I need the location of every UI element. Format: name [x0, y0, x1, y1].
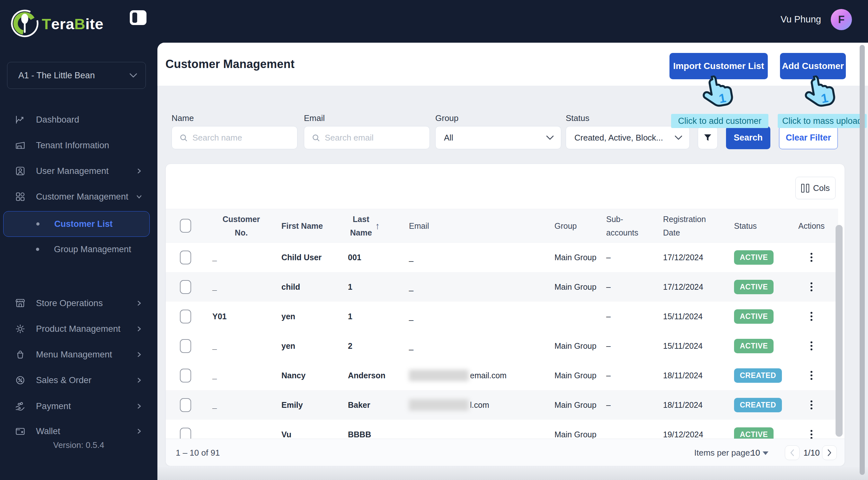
- sidebar: TeraBite A1 - The Little Bean Dashboard …: [0, 0, 157, 480]
- col-group[interactable]: Group: [547, 209, 598, 242]
- row-checkbox[interactable]: [180, 428, 191, 439]
- sidebar-item-product-management[interactable]: Product Management: [0, 319, 157, 339]
- table-row: Y01 yen 1 _ – 15/11/2024 ACTIVE: [166, 302, 838, 331]
- previous-page-button[interactable]: [785, 445, 800, 460]
- email-search-field[interactable]: [325, 133, 423, 143]
- sidebar-item-user-management[interactable]: User Management: [0, 161, 157, 181]
- col-actions[interactable]: Actions: [787, 209, 836, 242]
- select-all-checkbox[interactable]: [180, 219, 191, 233]
- cell-actions: [787, 243, 836, 272]
- sidebar-item-dashboard[interactable]: Dashboard: [0, 109, 157, 130]
- cell-registration-date: 18/11/2024: [656, 361, 726, 390]
- cell-email: _: [389, 331, 547, 361]
- cell-status: ACTIVE: [726, 272, 787, 302]
- row-actions-kebab-icon[interactable]: [809, 251, 814, 264]
- row-actions-kebab-icon[interactable]: [809, 280, 814, 293]
- sidebar-item-store-operations[interactable]: Store Operations: [0, 293, 157, 313]
- cell-customer-no: [206, 420, 277, 439]
- status-badge: ACTIVE: [734, 427, 774, 439]
- cell-select: [166, 302, 206, 331]
- sidebar-item-tenant-information[interactable]: Tenant Information: [0, 135, 157, 156]
- redacted-email: [409, 399, 469, 411]
- cell-email: _: [389, 243, 547, 272]
- cell-status: ACTIVE: [726, 243, 787, 272]
- row-actions-kebab-icon[interactable]: [809, 310, 814, 323]
- tooltip-add-customer: Click to add customer: [671, 114, 768, 128]
- col-last-name[interactable]: Last Name↑: [341, 209, 389, 242]
- name-search-input[interactable]: [172, 126, 298, 149]
- status-badge: CREATED: [734, 398, 782, 412]
- col-first-name[interactable]: First Name: [277, 209, 341, 242]
- cell-last-name: 1: [341, 302, 389, 331]
- sidebar-subitem-group-management[interactable]: Group Management: [0, 239, 157, 260]
- row-actions-kebab-icon[interactable]: [809, 339, 814, 352]
- sidebar-item-customer-management[interactable]: Customer Management: [0, 186, 157, 207]
- items-per-page-value[interactable]: 10: [751, 448, 760, 458]
- status-select[interactable]: Created, Active, Block...: [566, 126, 690, 149]
- percent-icon: [15, 375, 26, 386]
- add-customer-button[interactable]: Add Customer: [780, 53, 846, 79]
- bullet-icon: [36, 222, 39, 226]
- row-actions-kebab-icon[interactable]: [809, 399, 814, 411]
- cell-last-name: Baker: [341, 390, 389, 420]
- grid-icon: [15, 191, 26, 202]
- cell-customer-no: _: [206, 331, 277, 361]
- columns-button[interactable]: Cols: [796, 177, 836, 199]
- avatar[interactable]: F: [831, 9, 852, 30]
- cell-sub-accounts: –: [598, 361, 656, 390]
- user-name[interactable]: Vu Phung: [781, 9, 821, 30]
- row-checkbox[interactable]: [180, 280, 191, 294]
- col-status[interactable]: Status: [726, 209, 787, 242]
- table-header-row: Customer No. First Name Last Name↑ Email…: [166, 209, 838, 243]
- col-sub-accounts[interactable]: Sub- accounts: [598, 209, 656, 242]
- cell-sub-accounts: –: [598, 331, 656, 361]
- table-scrollbar[interactable]: [836, 225, 843, 437]
- table-row: _ yen 2 _ Main Group – 15/11/2024 ACTIVE: [166, 331, 838, 361]
- sidebar-item-wallet[interactable]: Wallet: [0, 421, 157, 442]
- page-scrollbar[interactable]: [860, 45, 865, 475]
- bullet-icon: [36, 248, 39, 251]
- cell-registration-date: 15/11/2024: [656, 331, 726, 361]
- search-icon: [179, 133, 189, 143]
- row-actions-kebab-icon[interactable]: [809, 428, 814, 439]
- row-checkbox[interactable]: [180, 369, 191, 382]
- search-button[interactable]: Search: [726, 126, 770, 149]
- items-per-page-label: Items per page:: [694, 448, 752, 458]
- status-badge: ACTIVE: [734, 339, 774, 353]
- sidebar-item-menu-management[interactable]: Menu Management: [0, 344, 157, 365]
- cell-status: CREATED: [726, 390, 787, 420]
- clear-filter-button[interactable]: Clear Filter: [779, 126, 838, 149]
- row-checkbox[interactable]: [180, 339, 191, 353]
- cursor-hand-icon: 1: [802, 72, 841, 117]
- col-customer-no[interactable]: Customer No.: [206, 209, 277, 242]
- row-checkbox[interactable]: [180, 310, 191, 323]
- table-row: _ child 1 _ Main Group – 17/12/2024 ACTI…: [166, 272, 838, 302]
- name-search-field[interactable]: [192, 133, 291, 143]
- cell-registration-date: 17/12/2024: [656, 243, 726, 272]
- cell-group: Main Group: [547, 243, 598, 272]
- cell-registration-date: 17/12/2024: [656, 272, 726, 302]
- chevron-right-icon: [136, 377, 142, 383]
- tenant-selector[interactable]: A1 - The Little Bean: [7, 62, 146, 89]
- cell-customer-no: _: [206, 361, 277, 390]
- caret-down-icon[interactable]: [763, 451, 768, 455]
- sidebar-subitem-customer-list[interactable]: Customer List: [3, 211, 150, 237]
- cell-registration-date: 19/12/2024: [656, 420, 726, 439]
- table-body: _ Child User 001 _ Main Group – 17/12/20…: [166, 243, 838, 439]
- cell-registration-date: 15/11/2024: [656, 302, 726, 331]
- cell-customer-no: Y01: [206, 302, 277, 331]
- cell-actions: [787, 272, 836, 302]
- row-checkbox[interactable]: [180, 398, 191, 412]
- row-checkbox[interactable]: [180, 250, 191, 264]
- filter-funnel-button[interactable]: [698, 126, 718, 149]
- sidebar-item-payment[interactable]: Payment: [0, 396, 157, 416]
- cell-customer-no: _: [206, 272, 277, 302]
- sidebar-collapse-button[interactable]: [130, 10, 147, 25]
- next-page-button[interactable]: [822, 445, 837, 460]
- sidebar-item-sales-order[interactable]: Sales & Order: [0, 370, 157, 390]
- email-search-input[interactable]: [304, 126, 430, 149]
- col-email[interactable]: Email: [389, 209, 547, 242]
- group-select[interactable]: All: [435, 126, 561, 149]
- col-registration-date[interactable]: Registration Date: [656, 209, 726, 242]
- row-actions-kebab-icon[interactable]: [809, 369, 814, 382]
